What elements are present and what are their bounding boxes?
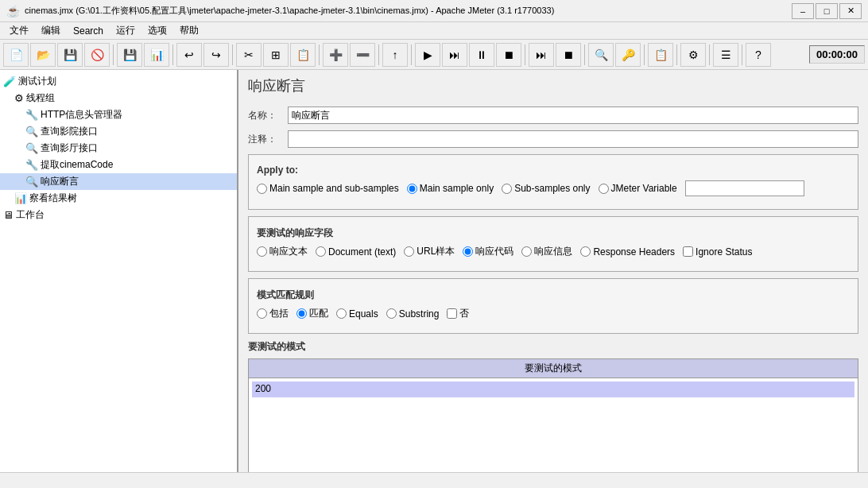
tree-item-view-result[interactable]: 📊察看结果树 (0, 190, 237, 207)
toolbar-btn-undo[interactable]: ↩ (176, 43, 202, 67)
toolbar-separator (172, 45, 173, 65)
response-field-response-code[interactable]: 响应代码 (463, 245, 513, 258)
toolbar-btn-close[interactable]: 🚫 (84, 43, 110, 67)
tree-item-label: 响应断言 (41, 175, 79, 188)
tree-item-workbench[interactable]: 🖥工作台 (0, 207, 237, 223)
toolbar-separator (742, 45, 742, 65)
apply-to-group: Main sample and sub-samplesMain sample o… (257, 180, 850, 196)
response-field-document-text[interactable]: Document (text) (316, 246, 396, 258)
response-field-response-message[interactable]: 响应信息 (521, 245, 572, 258)
toolbar-btn-save[interactable]: 💾 (117, 43, 142, 67)
pattern-table: 要测试的模式 200 (248, 358, 858, 472)
title-bar: ☕ cinemas.jmx (G:\01.工作资料\05.配置工具\jmeter… (0, 0, 868, 22)
toolbar-btn-help[interactable]: ? (746, 43, 771, 67)
ignore-status-label[interactable]: Ignore Status (683, 246, 752, 258)
match-rule-contains[interactable]: 包括 (257, 307, 289, 320)
tree-item-icon: 🔍 (25, 176, 38, 188)
toolbar-btn-toggle-log[interactable]: ☰ (713, 43, 738, 67)
toolbar: 📄📂💾🚫💾📊↩↪✂⊞📋➕➖↑▶⏭⏸⏹⏭⏹🔍🔑📋⚙☰?00:00:00 (0, 40, 868, 70)
tree-item-query-hall[interactable]: 🔍查询影厅接口 (0, 140, 237, 157)
tree-item-query-cinema[interactable]: 🔍查询影院接口 (0, 123, 237, 140)
apply-to-main-sub[interactable]: Main sample and sub-samples (257, 183, 399, 194)
tree-item-label: 线程组 (26, 91, 55, 105)
comment-row: 注释： (248, 130, 858, 148)
toolbar-separator (378, 45, 379, 65)
tree-item-response-assertion[interactable]: 🔍响应断言 (0, 173, 237, 190)
toolbar-btn-open[interactable]: 📂 (30, 43, 56, 67)
toolbar-btn-log-viewer[interactable]: 📋 (648, 43, 673, 67)
panel-title: 响应断言 (248, 76, 858, 99)
menu-item-选项[interactable]: 选项 (141, 22, 173, 39)
toolbar-btn-save-templates[interactable]: 💾 (57, 43, 83, 67)
tree-item-icon: 🔧 (25, 159, 38, 171)
close-button[interactable]: ✕ (839, 3, 862, 19)
apply-to-jmeter-var[interactable]: JMeter Variable (599, 183, 677, 194)
toolbar-btn-report[interactable]: 📊 (144, 43, 169, 67)
tree-item-icon: 🔍 (25, 126, 38, 137)
toolbar-btn-add[interactable]: ➕ (323, 43, 348, 67)
response-field-url-sample[interactable]: URL样本 (404, 245, 455, 258)
toolbar-btn-copy[interactable]: ⊞ (263, 43, 289, 67)
toolbar-separator (584, 45, 585, 65)
response-field-response-headers[interactable]: Response Headers (580, 246, 675, 258)
toolbar-btn-search[interactable]: 🔍 (588, 43, 614, 67)
name-label: 名称： (248, 109, 288, 122)
match-rule-matches[interactable]: 匹配 (296, 307, 328, 320)
negate-label[interactable]: 否 (447, 307, 469, 320)
tree-item-label: 察看结果树 (29, 192, 77, 205)
toolbar-btn-cut[interactable]: ✂ (236, 43, 262, 67)
pattern-table-header: 要测试的模式 (249, 359, 858, 378)
apply-to-sub-only[interactable]: Sub-samples only (502, 183, 590, 194)
pattern-table-body[interactable]: 200 (249, 378, 858, 472)
toolbar-btn-redo[interactable]: ↪ (203, 43, 229, 67)
match-rules-section: 模式匹配规则 包括匹配EqualsSubstring否 (248, 278, 858, 334)
menu-item-编辑[interactable]: 编辑 (35, 22, 67, 39)
window-controls: – □ ✕ (792, 3, 862, 19)
match-rules-label: 模式匹配规则 (257, 289, 850, 302)
toolbar-btn-up[interactable]: ↑ (382, 43, 408, 67)
tree-item-icon: 🔍 (25, 142, 38, 154)
match-rules-group: 包括匹配EqualsSubstring否 (257, 307, 850, 320)
comment-input[interactable] (288, 130, 858, 148)
tree-item-test-plan[interactable]: 🧪测试计划 (0, 73, 237, 90)
tree-item-label: HTTP信息头管理器 (41, 108, 122, 122)
tree-item-label: 工作台 (16, 208, 45, 222)
maximize-button[interactable]: □ (816, 3, 838, 19)
toolbar-separator (113, 45, 114, 65)
pattern-row[interactable]: 200 (252, 381, 854, 397)
toolbar-btn-run-no-pause[interactable]: ⏭ (442, 43, 467, 67)
menu-bar: 文件编辑Search运行选项帮助 (0, 22, 868, 40)
menu-item-Search[interactable]: Search (67, 24, 110, 38)
tree-item-icon: 🧪 (3, 76, 16, 87)
tree-item-thread-group[interactable]: ⚙线程组 (0, 90, 237, 107)
toolbar-btn-pause[interactable]: ⏸ (469, 43, 494, 67)
response-field-response-text[interactable]: 响应文本 (257, 245, 308, 258)
minimize-button[interactable]: – (792, 3, 814, 19)
match-rule-substring[interactable]: Substring (386, 308, 440, 320)
tree-item-label: 查询影厅接口 (41, 141, 98, 155)
tree-item-label: 查询影院接口 (41, 125, 98, 138)
toolbar-btn-run[interactable]: ▶ (415, 43, 440, 67)
tree-item-http-header[interactable]: 🔧HTTP信息头管理器 (0, 107, 237, 123)
tree-item-fetch-cinema[interactable]: 🔧提取cinemaCode (0, 157, 237, 173)
match-rule-equals[interactable]: Equals (336, 308, 378, 320)
tree-item-icon: 🖥 (3, 209, 14, 221)
title-text: cinemas.jmx (G:\01.工作资料\05.配置工具\jmeter\a… (25, 5, 792, 17)
toolbar-btn-stop-remote[interactable]: ⏹ (556, 43, 581, 67)
toolbar-btn-ssl[interactable]: 🔑 (615, 43, 641, 67)
apply-to-main-only[interactable]: Main sample only (407, 183, 494, 194)
toolbar-btn-remove[interactable]: ➖ (350, 43, 375, 67)
menu-item-运行[interactable]: 运行 (110, 22, 141, 39)
toolbar-time: 00:00:00 (809, 45, 865, 64)
menu-item-帮助[interactable]: 帮助 (173, 22, 205, 39)
toolbar-btn-paste[interactable]: 📋 (290, 43, 316, 67)
toolbar-btn-settings[interactable]: ⚙ (680, 43, 706, 67)
toolbar-btn-start-remote[interactable]: ⏭ (529, 43, 554, 67)
jmeter-variable-input[interactable] (685, 180, 804, 196)
toolbar-separator (644, 45, 645, 65)
menu-item-文件[interactable]: 文件 (3, 22, 35, 39)
toolbar-btn-stop[interactable]: ⏹ (496, 43, 521, 67)
toolbar-btn-new[interactable]: 📄 (3, 43, 29, 67)
name-input[interactable] (288, 107, 858, 124)
response-field-label: 要测试的响应字段 (257, 227, 850, 240)
